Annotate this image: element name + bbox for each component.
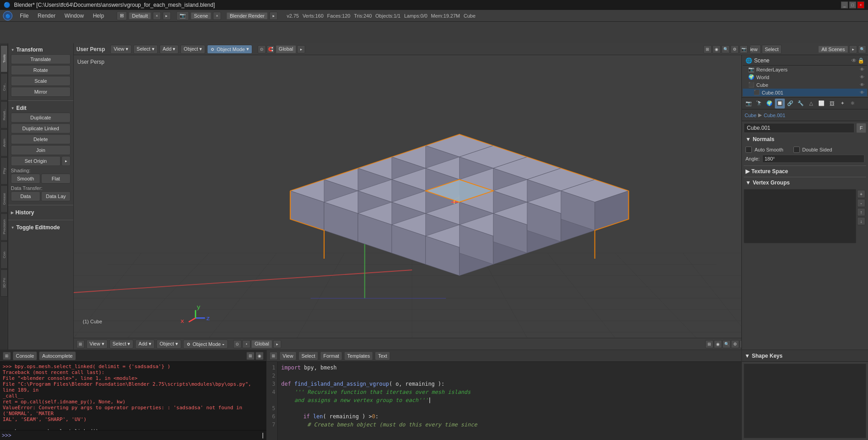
console-ctrl2[interactable]: ◉ [255,352,264,360]
vp-view-btn[interactable]: View ▾ [86,340,108,349]
scene-eye-icon[interactable]: 👁 [851,57,857,64]
duplicate-linked-button[interactable]: Duplicate Linked [11,123,71,133]
vp-ri3[interactable]: 🔍 [722,340,731,348]
props-constraints-icon[interactable]: 🔗 [785,99,795,109]
code-templates-btn[interactable]: Templates [344,351,373,360]
cube-001-eye[interactable]: 👁 [860,90,864,95]
viewport-icon4[interactable]: ⚙ [731,45,739,53]
vp-select-btn[interactable]: Select ▾ [109,340,134,349]
editmode-header[interactable]: ▼ Toggle Editmode [11,223,71,232]
all-scenes-arrow[interactable]: ▸ [849,45,857,53]
viewport-icon1[interactable]: ⊞ [703,45,712,53]
view-menu[interactable]: View ▾ [110,45,132,54]
3dpri-tab[interactable]: 3D Pri [0,270,8,297]
vp-ri4[interactable]: ⚙ [731,340,739,348]
scene-close[interactable]: × [213,12,221,20]
flat-button[interactable]: Flat [41,174,71,184]
rotate-button[interactable]: Rotate [11,65,71,75]
delete-button[interactable]: Delete [11,134,71,144]
history-header[interactable]: ▶ History [11,208,71,217]
tools-tab[interactable]: Tools [0,45,8,72]
mode-selector[interactable]: ⭘ Object Mode ▾ [207,45,252,54]
props-texture-icon[interactable]: 🖼 [827,99,837,109]
engine-selector[interactable]: Blender Render [226,12,268,19]
cube-eye[interactable]: 👁 [860,82,864,87]
cube-item[interactable]: ⬛ Cube 👁 [743,81,867,89]
menu-window[interactable]: Window [61,12,88,20]
object-menu[interactable]: Object ▾ [180,45,205,54]
vp-global-arrow2[interactable]: ▸ [273,340,281,348]
code-format-btn[interactable]: Format [320,351,342,360]
normals-section-header[interactable]: ▼ Normals [744,135,866,144]
scene-lock-icon[interactable]: 🔒 [858,57,864,64]
menu-render[interactable]: Render [34,12,59,20]
animation-tab[interactable]: Anim [0,129,8,156]
pivot-btn[interactable]: ⊙ [258,45,266,53]
set-origin-button[interactable]: Set Origin [11,156,61,166]
set-origin-arrow[interactable]: ▸ [61,156,71,166]
vg-remove-btn[interactable]: - [857,199,865,207]
shape-keys-header[interactable]: ▼ Shape Keys [742,350,868,362]
vp-ctrl1[interactable]: ⊙ [233,340,241,348]
con-tab[interactable]: Con [0,241,8,269]
viewport-icon3[interactable]: 🔍 [722,45,730,53]
world-eye[interactable]: 👁 [860,75,864,80]
physics-tab[interactable]: Phy [0,157,8,185]
console-editor-icon[interactable]: ⊞ [3,352,11,360]
vg-move-up-btn[interactable]: ↑ [857,208,865,216]
scene-selector[interactable]: Scene [191,12,211,19]
render-layers-eye[interactable]: 👁 [860,67,864,72]
global-arrow[interactable]: ▸ [297,45,305,53]
translate-button[interactable]: Translate [11,54,71,64]
scale-button[interactable]: Scale [11,76,71,86]
angle-field[interactable]: 180° [762,155,864,163]
vg-move-down-btn[interactable]: ↓ [857,217,865,225]
props-modifier-icon[interactable]: 🔧 [796,99,806,109]
data-lay-button[interactable]: Data Lay [41,191,71,201]
edit-header[interactable]: ▼ Edit [11,104,71,113]
autocomplete-btn[interactable]: Autocomplete [39,351,75,360]
smooth-button[interactable]: Smooth [11,174,40,184]
cube-001-item[interactable]: ⬛ Cube.001 👁 [743,89,867,96]
menu-help[interactable]: Help [89,12,108,20]
workspace-close[interactable]: × [153,12,161,20]
relations-tab[interactable]: Relati.. [0,101,8,128]
grease-tab[interactable]: Grease [0,185,8,213]
select-menu[interactable]: Select ▾ [133,45,158,54]
rp-select-btn[interactable]: Select [762,45,782,54]
vp-ctrl2[interactable]: • [242,340,250,348]
props-data-icon[interactable]: △ [806,99,816,109]
code-select-btn[interactable]: Select [298,351,319,360]
engine-arrow[interactable]: ▸ [269,12,278,20]
menu-file[interactable]: File [16,12,32,20]
world-item[interactable]: 🌍 World 👁 [743,73,867,81]
viewport-icon2[interactable]: ◉ [712,45,721,53]
workspace-menu[interactable]: ▸ [163,12,171,20]
console-input-field[interactable] [13,432,259,438]
vp-add-btn[interactable]: Add ▾ [135,340,155,349]
mirror-button[interactable]: Mirror [11,87,71,97]
rp-search[interactable]: 🔍 [858,45,866,53]
double-sided-checkbox[interactable] [793,147,800,153]
create-tab[interactable]: Cre.. [0,73,8,100]
join-button[interactable]: Join [11,145,71,155]
data-button[interactable]: Data [11,191,40,201]
precision-tab[interactable]: Precision [0,213,8,241]
object-f-button[interactable]: F [856,123,866,133]
transform-header[interactable]: ▼ Transform [11,45,71,54]
auto-smooth-checkbox[interactable] [745,147,752,153]
props-scene-icon[interactable]: 🔭 [754,99,764,109]
minimize-button[interactable]: _ [841,1,848,9]
viewport-icon5[interactable]: 📷 [740,45,748,53]
titlebar-controls[interactable]: _ □ × [841,1,864,9]
props-object-icon[interactable]: 🔲 [775,99,785,109]
props-physics-icon[interactable]: ⚛ [848,99,858,109]
object-name-input[interactable]: Cube.001 [744,123,854,133]
props-world-icon[interactable]: 🌍 [764,99,774,109]
vp-ri1[interactable]: ⊞ [705,340,713,348]
maximize-button[interactable]: □ [849,1,856,9]
texture-space-header[interactable]: ▶ Texture Space [744,167,866,176]
all-scenes-selector[interactable]: All Scenes [818,46,848,53]
breadcrumb-cube-001[interactable]: Cube.001 [764,113,785,118]
vp-objectmode-btn[interactable]: ⭘ Object Mode ▾ [183,340,228,349]
